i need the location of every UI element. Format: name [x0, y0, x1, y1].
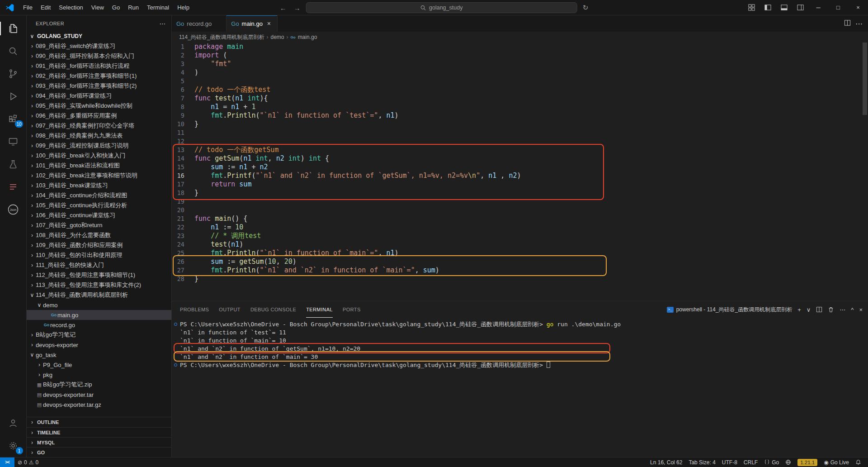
panel-tab-problems[interactable]: PROBLEMS — [180, 301, 209, 318]
editor-more-icon[interactable]: ⋯ — [855, 19, 863, 28]
panel-more-icon[interactable]: ⋯ — [840, 306, 845, 313]
maximize-panel-icon[interactable]: ^ — [851, 306, 854, 313]
extensions-icon[interactable]: 10 — [0, 108, 27, 130]
code-line[interactable]: 9 fmt.Println("`n1` in function of `test… — [172, 111, 868, 120]
menu-terminal[interactable]: Terminal — [143, 0, 173, 15]
tab-main.go[interactable]: Gomain.go× — [226, 15, 278, 32]
minimize-button[interactable]: ─ — [808, 0, 828, 15]
code-line[interactable]: 11 — [172, 129, 868, 137]
project-manager-icon[interactable] — [0, 176, 27, 198]
menu-run[interactable]: Run — [124, 0, 143, 15]
panel-tab-ports[interactable]: PORTS — [343, 301, 361, 318]
menu-go[interactable]: Go — [108, 0, 124, 15]
language-mode[interactable]: Go — [761, 457, 782, 467]
layout-panel-icon[interactable] — [776, 0, 792, 15]
tree-item[interactable]: ›112_尚硅谷_包使用注意事项和细节(1) — [27, 270, 171, 280]
tab-record.go[interactable]: Gorecord.go — [172, 15, 226, 32]
search-view-icon[interactable] — [0, 40, 27, 62]
tree-item[interactable]: ›106_尚硅谷_continue课堂练习 — [27, 210, 171, 220]
workspace-root-header[interactable]: ∨ GOLANG_STUDY — [27, 31, 171, 41]
menu-file[interactable]: File — [19, 0, 37, 15]
code-line[interactable]: 28} — [172, 275, 868, 283]
menu-selection[interactable]: Selection — [55, 0, 87, 15]
breadcrumb[interactable]: 114_尚硅谷_函数调用机制底层剖析›demo›Gomain.go — [172, 32, 868, 43]
back-icon[interactable]: ← — [278, 4, 288, 12]
layout-sidebar-right-icon[interactable] — [792, 0, 808, 15]
sidebar-section-mysql[interactable]: ›MYSQL — [27, 437, 171, 447]
code-line[interactable]: 10} — [172, 120, 868, 129]
code-line[interactable]: 20 — [172, 206, 868, 214]
command-center-search[interactable]: golang_study — [306, 2, 577, 13]
menu-view[interactable]: View — [87, 0, 108, 15]
go-version-badge[interactable]: 1.21.1 — [794, 457, 821, 467]
remote-indicator[interactable]: >< — [0, 457, 14, 467]
source-control-icon[interactable] — [0, 62, 27, 85]
tree-item[interactable]: ›devops-exporter — [27, 340, 171, 350]
code-line[interactable]: 21func main() { — [172, 214, 868, 223]
code-editor[interactable]: 1package main2import (3 "fmt"4)56// todo… — [172, 43, 868, 301]
notifications-bell-icon[interactable] — [852, 457, 864, 467]
tree-item[interactable]: ›098_尚硅谷_经典案例九九乘法表 — [27, 131, 171, 141]
tree-item[interactable]: ›093_尚硅谷_for循环注意事项和细节(2) — [27, 81, 171, 91]
split-terminal-icon[interactable] — [816, 306, 822, 313]
browser-icon[interactable] — [782, 457, 794, 467]
tree-item[interactable]: ›094_尚硅谷_for循环课堂练习 — [27, 91, 171, 101]
tree-item[interactable]: ›B站go学习笔记 — [27, 330, 171, 340]
tree-item[interactable]: ›110_尚硅谷_包的引出和使用原理 — [27, 250, 171, 260]
code-line[interactable]: 7func test(n1 int){ — [172, 94, 868, 103]
sidebar-more-icon[interactable]: ⋯ — [160, 20, 166, 27]
command-decoration-icon[interactable] — [174, 323, 177, 326]
eol[interactable]: CRLF — [741, 457, 761, 467]
code-line[interactable]: 1package main — [172, 43, 868, 51]
menu-help[interactable]: Help — [173, 0, 193, 15]
code-line[interactable]: 23 // * 调用test — [172, 232, 868, 240]
panel-tab-terminal[interactable]: TERMINAL — [306, 301, 333, 318]
tree-item[interactable]: ▤devops-exporter.tar — [27, 390, 171, 400]
code-line[interactable]: 5 — [172, 77, 868, 86]
problems-status[interactable]: ⊘ 0 ⚠ 0 — [14, 457, 42, 467]
json-tool-icon[interactable]: Json — [0, 198, 27, 221]
tree-item[interactable]: ›113_尚硅谷_包使用注意事项和库文件(2) — [27, 280, 171, 290]
tree-item[interactable]: ›P9_Go_file — [27, 360, 171, 370]
tree-item[interactable]: ›097_尚硅谷_经典案例打印空心金字塔 — [27, 121, 171, 131]
tree-item[interactable]: ›095_尚硅谷_实现while和dowhile控制 — [27, 101, 171, 111]
tree-item[interactable]: ›100_尚硅谷_break引入和快速入门 — [27, 151, 171, 161]
panel-tab-output[interactable]: OUTPUT — [219, 301, 241, 318]
tab-size[interactable]: Tab Size: 4 — [685, 457, 718, 467]
code-line[interactable]: 15 sum := n1 + n2 — [172, 163, 868, 172]
new-terminal-icon[interactable]: + — [797, 306, 801, 313]
panel-tab-debug-console[interactable]: DEBUG CONSOLE — [250, 301, 296, 318]
code-line[interactable]: 22 n1 := 10 — [172, 223, 868, 232]
sync-icon[interactable]: ↻ — [581, 4, 590, 12]
close-icon[interactable]: × — [265, 20, 273, 27]
code-line[interactable]: 6// todo 一个函数test — [172, 86, 868, 94]
grid-icon[interactable] — [743, 0, 760, 15]
close-panel-icon[interactable]: × — [859, 306, 863, 313]
split-editor-icon[interactable] — [844, 19, 851, 28]
breadcrumb-item[interactable]: 114_尚硅谷_函数调用机制底层剖析 — [179, 33, 264, 41]
tree-item[interactable]: ▤devops-exporter.tar.gz — [27, 400, 171, 410]
tree-item[interactable]: ›108_尚硅谷_为什么需要函数 — [27, 230, 171, 240]
tree-item[interactable]: Gorecord.go — [27, 320, 171, 330]
testing-icon[interactable] — [0, 153, 27, 176]
terminal-dropdown-icon[interactable]: ∨ — [807, 306, 811, 313]
code-line[interactable]: 17 return sum — [172, 180, 868, 189]
tree-item[interactable]: ›089_尚硅谷_switch的课堂练习 — [27, 41, 171, 51]
go-live-button[interactable]: ◉ Go Live — [821, 457, 852, 467]
tree-item[interactable]: ›107_尚硅谷_goto和return — [27, 220, 171, 230]
maximize-button[interactable]: □ — [828, 0, 848, 15]
code-line[interactable]: 16 fmt.Printf("`n1` and `n2` in function… — [172, 172, 868, 180]
terminal-title[interactable]: >_ powershell - 114_尚硅谷_函数调用机制底层剖析 — [667, 306, 793, 314]
tree-item[interactable]: ›103_尚硅谷_break课堂练习 — [27, 181, 171, 191]
breadcrumb-item[interactable]: demo — [270, 34, 284, 40]
code-line[interactable]: 27 fmt.Println("`n1` and `n2` in functio… — [172, 266, 868, 275]
forward-icon[interactable]: → — [292, 4, 302, 12]
tree-item[interactable]: ∨demo — [27, 300, 171, 310]
tree-item[interactable]: ›102_尚硅谷_break注意事项和细节说明 — [27, 171, 171, 181]
command-decoration-icon[interactable] — [174, 363, 177, 367]
code-line[interactable]: 13// todo 一个函数getSum — [172, 146, 868, 154]
code-line[interactable]: 3 "fmt" — [172, 60, 868, 68]
tree-item[interactable]: ›091_尚硅谷_for循环语法和执行流程 — [27, 61, 171, 71]
run-and-debug-icon[interactable] — [0, 85, 27, 108]
editor-scrollbar[interactable] — [863, 43, 867, 115]
